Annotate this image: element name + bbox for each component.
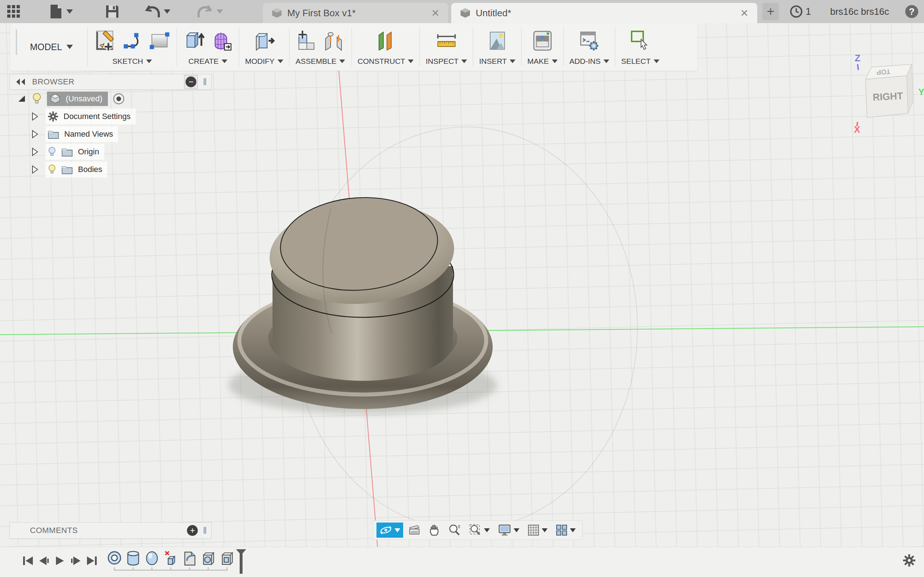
timeline-play-button[interactable] [52, 551, 68, 571]
add-ins-icon[interactable] [578, 29, 601, 52]
insert-image-icon[interactable] [486, 29, 509, 52]
timeline-step-forward-button[interactable] [68, 551, 84, 571]
timeline-step-back-button[interactable] [36, 551, 52, 571]
comments-resize-handle[interactable]: ‖ [203, 525, 208, 536]
browser-item-named-views[interactable]: Named Views [10, 126, 212, 143]
timeline-playhead[interactable] [234, 548, 248, 574]
timeline-delete-feature[interactable] [163, 550, 178, 567]
viewports-caret[interactable] [570, 528, 576, 532]
browser-item-bodies[interactable]: Bodies [10, 161, 212, 178]
select-icon[interactable] [629, 29, 652, 52]
display-settings-caret[interactable] [514, 528, 519, 532]
orbit-caret[interactable] [394, 528, 400, 532]
tab-close-icon[interactable]: ✕ [431, 7, 439, 19]
new-component-icon[interactable] [295, 29, 318, 52]
comments-panel-header[interactable]: COMMENTS + ‖ [10, 522, 212, 539]
help-button[interactable]: ? [905, 5, 918, 18]
assemble-dropdown[interactable]: ASSEMBLE [296, 57, 345, 66]
make-dropdown[interactable]: MAKE [527, 57, 558, 66]
timeline-sketch-circle-feature[interactable] [107, 550, 122, 567]
addins-dropdown[interactable]: ADD-INS [570, 57, 609, 66]
expand-root-icon[interactable] [17, 95, 26, 103]
visibility-bulb-icon[interactable] [32, 92, 42, 105]
tab-close-icon[interactable]: ✕ [740, 7, 749, 19]
timeline-fillet-feature[interactable] [182, 550, 197, 567]
new-document-button[interactable]: + [762, 3, 779, 20]
construct-plane-icon[interactable] [374, 29, 397, 52]
timeline-shell-feature[interactable] [201, 550, 216, 567]
redo-caret[interactable] [216, 10, 223, 14]
select-dropdown[interactable]: SELECT [621, 57, 659, 66]
display-settings-icon [498, 524, 512, 536]
toolbar-drag-handle[interactable] [16, 29, 18, 55]
timeline-sketch-feature[interactable] [220, 550, 234, 567]
save-button[interactable] [105, 4, 119, 19]
expand-arrow-icon[interactable] [31, 130, 39, 139]
expand-arrow-icon[interactable] [31, 148, 39, 156]
sketch-dropdown[interactable]: SKETCH [112, 57, 152, 66]
undo-button[interactable] [144, 4, 170, 19]
construct-dropdown[interactable]: CONSTRUCT [358, 57, 414, 66]
orbit-button[interactable] [376, 522, 403, 538]
document-tab-untitled[interactable]: Untitled* ✕ [451, 3, 757, 23]
create-sketch-icon[interactable] [94, 29, 117, 53]
grid-icon [527, 524, 540, 536]
redo-button[interactable] [197, 4, 223, 19]
timeline-settings-gear-icon[interactable] [901, 553, 917, 568]
make-3d-print-icon[interactable] [531, 29, 554, 52]
timeline-extrude-feature[interactable] [126, 550, 141, 567]
zoom-window-button[interactable] [466, 522, 493, 538]
create-dropdown[interactable]: CREATE [188, 57, 228, 66]
model-knob-body[interactable] [222, 180, 507, 418]
zoom-icon: ± [448, 524, 461, 537]
inspect-dropdown[interactable]: INSPECT [426, 57, 467, 66]
collapse-browser-icon[interactable] [16, 78, 26, 86]
display-settings-button[interactable] [495, 522, 522, 538]
visibility-bulb-off-icon[interactable] [48, 146, 56, 158]
browser-resize-handle[interactable]: ‖ [203, 76, 208, 88]
modify-dropdown[interactable]: MODIFY [245, 57, 283, 66]
grid-snap-caret[interactable] [542, 528, 548, 532]
visibility-bulb-icon[interactable] [48, 164, 56, 175]
expand-arrow-icon[interactable] [31, 112, 39, 121]
joint-icon[interactable] [323, 29, 346, 52]
browser-panel-header[interactable]: BROWSER − ‖ [10, 74, 212, 90]
arc-tool-icon[interactable] [122, 29, 144, 52]
insert-dropdown[interactable]: INSERT [479, 57, 515, 66]
expand-arrow-icon[interactable] [31, 165, 39, 174]
grid-snap-button[interactable] [525, 522, 551, 538]
zoom-button[interactable]: ± [445, 522, 464, 538]
pan-button[interactable] [426, 522, 443, 538]
apps-grid-icon[interactable] [6, 4, 21, 19]
measure-icon[interactable] [435, 29, 458, 52]
press-pull-icon[interactable] [253, 29, 276, 52]
job-status-clock[interactable]: 1 [790, 4, 811, 19]
view-cube[interactable]: TOP RIGHT Z Y X [845, 51, 924, 138]
create-form-icon[interactable] [210, 29, 233, 52]
undo-caret[interactable] [164, 10, 170, 14]
svg-text:TOP: TOP [876, 68, 890, 76]
user-account-button[interactable]: brs16c brs16c [830, 0, 889, 23]
add-comment-button[interactable]: + [187, 525, 198, 536]
viewports-button[interactable] [552, 522, 578, 538]
browser-minimize-button[interactable]: − [184, 75, 198, 89]
browser-item-origin[interactable]: Origin [10, 143, 212, 161]
axis-z-label: Z [855, 53, 861, 63]
file-menu-caret[interactable] [66, 10, 73, 14]
extrude-icon[interactable] [183, 29, 206, 52]
root-selection[interactable]: (Unsaved) [47, 92, 108, 106]
document-tab-my-first-box[interactable]: My First Box v1* ✕ [263, 3, 448, 23]
zoom-window-caret[interactable] [484, 528, 490, 532]
timeline-playback-controls [20, 551, 100, 571]
look-at-button[interactable] [405, 523, 423, 537]
file-menu-button[interactable] [50, 4, 73, 19]
minus-icon: − [186, 76, 196, 87]
browser-item-root[interactable]: (Unsaved) [10, 90, 212, 108]
workspace-selector[interactable]: MODEL [22, 23, 87, 71]
rectangle-tool-icon[interactable] [149, 29, 171, 52]
activate-component-radio[interactable] [112, 92, 125, 105]
timeline-go-to-start-button[interactable] [20, 551, 36, 571]
timeline-go-to-end-button[interactable] [84, 551, 100, 571]
timeline-revolve-feature[interactable] [144, 550, 160, 567]
browser-item-document-settings[interactable]: Document Settings [10, 108, 212, 125]
